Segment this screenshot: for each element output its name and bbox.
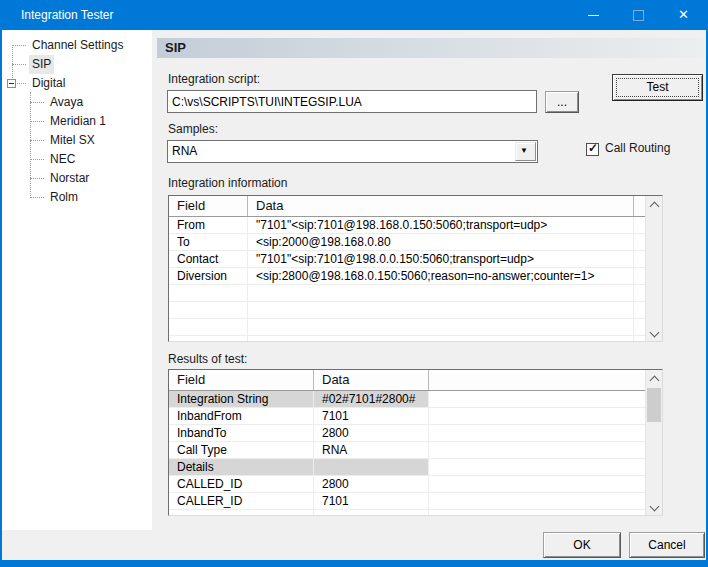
table-row-diversion[interactable]: Diversion<sip:2800@198.168.0.150:5060;re… xyxy=(169,268,645,285)
test-button[interactable]: Test xyxy=(612,74,703,101)
integration-information-table: FieldData From"7101"<sip:7101@198.168.0.… xyxy=(168,195,663,342)
minimize-button[interactable] xyxy=(571,0,616,30)
maximize-icon xyxy=(633,10,644,21)
scrollbar-thumb[interactable] xyxy=(647,388,661,422)
tree-item-meridian-1[interactable]: Meridian 1 xyxy=(2,112,152,131)
table-row-empty xyxy=(169,336,645,341)
tree-item-rolm[interactable]: Rolm xyxy=(2,188,152,207)
scroll-down-button[interactable] xyxy=(646,324,662,341)
data-cell: <sip:2000@198.168.0.80 xyxy=(248,234,634,250)
empty-cell xyxy=(169,510,314,515)
data-cell: "7101"<sip:7101@198.168.0.150:5060;trans… xyxy=(248,217,634,233)
checkmark-icon: ✓ xyxy=(588,141,598,155)
table-row-empty xyxy=(169,302,645,319)
tree-item-sip[interactable]: SIP xyxy=(2,55,152,74)
collapse-icon[interactable] xyxy=(7,79,16,88)
column-header-data[interactable]: Data xyxy=(248,196,634,216)
field-cell: Call Type xyxy=(169,442,314,458)
field-cell: To xyxy=(169,234,248,250)
channel-tree: Channel SettingsSIPDigitalAvayaMeridian … xyxy=(2,30,152,530)
cancel-button[interactable]: Cancel xyxy=(629,532,705,558)
data-cell: 7101 xyxy=(314,408,429,424)
browse-button[interactable]: ... xyxy=(545,91,579,113)
table-row-inbandto[interactable]: InbandTo2800 xyxy=(169,425,645,442)
ok-button[interactable]: OK xyxy=(543,532,621,558)
empty-cell xyxy=(248,285,634,301)
tree-item-label: Channel Settings xyxy=(29,36,126,55)
field-cell: Integration String xyxy=(169,391,314,407)
empty-cell xyxy=(169,302,248,318)
data-cell xyxy=(314,459,429,475)
samples-selected-value: RNA xyxy=(172,141,197,162)
call-routing-label: Call Routing xyxy=(605,141,670,155)
close-icon: ✕ xyxy=(661,0,706,30)
close-button[interactable]: ✕ xyxy=(661,0,706,30)
dialog-client-area: Channel SettingsSIPDigitalAvayaMeridian … xyxy=(2,30,706,560)
tree-item-label: Mitel SX xyxy=(47,131,98,150)
empty-cell xyxy=(169,319,248,335)
table-row-empty xyxy=(169,319,645,336)
chevron-down-icon xyxy=(649,328,659,338)
combo-dropdown-button[interactable]: ▼ xyxy=(515,142,536,161)
vertical-scrollbar[interactable] xyxy=(645,370,662,515)
chevron-down-icon xyxy=(649,502,659,512)
field-cell: Diversion xyxy=(169,268,248,284)
column-header-data[interactable]: Data xyxy=(314,370,429,390)
tree-connector xyxy=(30,121,44,122)
table-row-contact[interactable]: Contact"7101"<sip:7101@198.0.0.150:5060;… xyxy=(169,251,645,268)
titlebar: Integration Tester ✕ xyxy=(0,0,708,30)
data-cell: 2800 xyxy=(314,476,429,492)
scroll-down-button[interactable] xyxy=(646,498,662,515)
scroll-up-button[interactable] xyxy=(646,370,662,387)
empty-cell xyxy=(248,336,634,341)
field-cell: Details xyxy=(169,459,314,475)
tree-item-label: Rolm xyxy=(47,188,81,207)
checkbox-box-icon: ✓ xyxy=(586,143,599,156)
tree-connector xyxy=(30,102,44,103)
column-header-field[interactable]: Field xyxy=(169,370,314,390)
table-row-details[interactable]: Details xyxy=(169,459,645,476)
tree-item-channel-settings[interactable]: Channel Settings xyxy=(2,36,152,55)
column-header-field[interactable]: Field xyxy=(169,196,248,216)
field-cell: CALLED_ID xyxy=(169,476,314,492)
tree-item-digital[interactable]: Digital xyxy=(2,74,152,93)
tree-item-label: Norstar xyxy=(47,169,92,188)
field-cell: Contact xyxy=(169,251,248,267)
table-row-caller-id[interactable]: CALLER_ID7101 xyxy=(169,493,645,510)
chevron-up-icon xyxy=(649,376,659,386)
tree-connector xyxy=(30,197,44,198)
data-cell: 7101 xyxy=(314,493,429,509)
tree-item-label: Meridian 1 xyxy=(47,112,109,131)
field-cell: CALLER_ID xyxy=(169,493,314,509)
table-row-from[interactable]: From"7101"<sip:7101@198.168.0.150:5060;t… xyxy=(169,217,645,234)
field-cell: From xyxy=(169,217,248,233)
table-body: Integration String#02#7101#2800#InbandFr… xyxy=(169,391,645,515)
tree-item-avaya[interactable]: Avaya xyxy=(2,93,152,112)
empty-cell xyxy=(248,302,634,318)
test-button-label: Test xyxy=(616,78,699,97)
vertical-scrollbar[interactable] xyxy=(645,196,662,341)
tree-item-label: Digital xyxy=(29,74,68,93)
table-row-integration-string[interactable]: Integration String#02#7101#2800# xyxy=(169,391,645,408)
empty-cell xyxy=(248,319,634,335)
data-cell: 2800 xyxy=(314,425,429,441)
data-cell: "7101"<sip:7101@198.0.0.150:5060;transpo… xyxy=(248,251,634,267)
table-row-inbandfrom[interactable]: InbandFrom7101 xyxy=(169,408,645,425)
tree-item-mitel-sx[interactable]: Mitel SX xyxy=(2,131,152,150)
maximize-button[interactable] xyxy=(616,0,661,30)
table-row-call-type[interactable]: Call TypeRNA xyxy=(169,442,645,459)
table-row-called-id[interactable]: CALLED_ID2800 xyxy=(169,476,645,493)
table-header: FieldData xyxy=(169,370,645,391)
samples-combobox[interactable]: RNA ▼ xyxy=(167,140,538,163)
chevron-up-icon xyxy=(649,202,659,212)
table-row-to[interactable]: To<sip:2000@198.168.0.80 xyxy=(169,234,645,251)
table-body: From"7101"<sip:7101@198.168.0.150:5060;t… xyxy=(169,217,645,341)
empty-cell xyxy=(169,336,248,341)
results-table: FieldData Integration String#02#7101#280… xyxy=(168,369,663,516)
tree-item-norstar[interactable]: Norstar xyxy=(2,169,152,188)
integration-script-input[interactable] xyxy=(167,90,537,113)
scroll-up-button[interactable] xyxy=(646,196,662,213)
integration-script-label: Integration script: xyxy=(168,72,260,86)
integration-tester-window: Integration Tester ✕ Channel SettingsSIP… xyxy=(0,0,708,567)
tree-item-nec[interactable]: NEC xyxy=(2,150,152,169)
